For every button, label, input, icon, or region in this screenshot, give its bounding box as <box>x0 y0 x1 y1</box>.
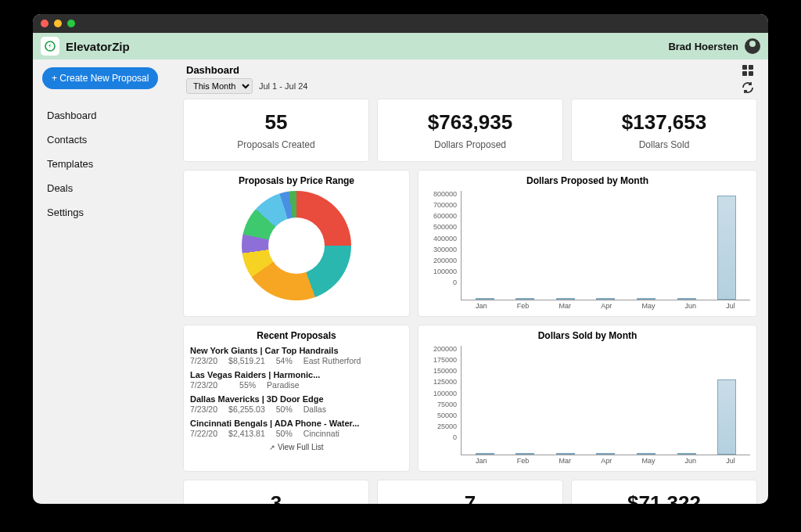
app-window: ElevatorZip Brad Hoersten + Create New P… <box>33 14 768 504</box>
recent-proposal-row[interactable]: New York Giants | Car Top Handrails 7/23… <box>190 346 403 365</box>
create-proposal-button[interactable]: + Create New Proposal <box>42 67 158 89</box>
kpi-dollars-proposed: $763,935 Dollars Proposed <box>377 99 563 162</box>
panel-price-range-donut: Proposals by Price Range <box>183 170 410 317</box>
sidebar-nav: Dashboard Contacts Templates Deals Setti… <box>42 103 174 225</box>
page-title: Dashboard <box>186 64 307 76</box>
sidebar: + Create New Proposal Dashboard Contacts… <box>33 59 183 504</box>
main-content: Dashboard This Month Jul 1 - Jul 24 <box>183 59 768 504</box>
brand[interactable]: ElevatorZip <box>41 37 130 56</box>
donut-chart <box>242 191 351 300</box>
kpi-row-bottom: 3 Meetings 7 Projects in Negotiation $71… <box>183 480 757 504</box>
chart-x-axis: JanFebMarAprMayJunJul <box>425 302 750 310</box>
brand-name: ElevatorZip <box>66 40 130 53</box>
chart-x-axis: JanFebMarAprMayJunJul <box>425 457 750 465</box>
topbar: ElevatorZip Brad Hoersten <box>33 33 768 59</box>
panel-dollars-sold-chart: Dollars Sold by Month 200000175000150000… <box>418 325 757 472</box>
kpi-meetings: 3 Meetings <box>183 480 369 504</box>
period-range: Jul 1 - Jul 24 <box>259 81 307 91</box>
chart-y-axis: 8000007000006000005000004000003000002000… <box>425 191 459 286</box>
brand-logo-icon <box>41 37 59 56</box>
svg-rect-4 <box>749 71 753 76</box>
user-name: Brad Hoersten <box>668 41 738 52</box>
period-select[interactable]: This Month <box>186 78 253 94</box>
chart-y-axis: 2000001750001500001250001000007500050000… <box>425 346 459 441</box>
svg-rect-2 <box>749 65 753 70</box>
sidebar-item-deals[interactable]: Deals <box>42 176 174 200</box>
svg-rect-1 <box>742 65 747 70</box>
svg-rect-3 <box>742 71 747 76</box>
recent-proposal-row[interactable]: Cincinnati Bengals | ADA Phone - Water..… <box>190 419 403 438</box>
window-titlebar <box>33 14 768 33</box>
kpi-row-top: 55 Proposals Created $763,935 Dollars Pr… <box>183 99 757 162</box>
kpi-projects-negotiation: 7 Projects in Negotiation <box>377 480 563 504</box>
window-zoom-icon[interactable] <box>67 20 75 27</box>
panel-dollars-proposed-chart: Dollars Proposed by Month 80000070000060… <box>418 170 757 317</box>
grid-view-icon[interactable] <box>742 64 754 77</box>
user-avatar-icon <box>745 38 760 54</box>
chart-plot-area <box>461 191 750 300</box>
view-full-list-link[interactable]: View Full List <box>190 443 403 451</box>
window-minimize-icon[interactable] <box>54 20 62 27</box>
sidebar-item-templates[interactable]: Templates <box>42 152 174 176</box>
recent-proposal-row[interactable]: Las Vegas Raiders | Harmonic... 7/23/205… <box>190 370 403 390</box>
kpi-dollars-sold: $137,653 Dollars Sold <box>571 99 757 162</box>
sidebar-item-contacts[interactable]: Contacts <box>42 128 174 152</box>
window-close-icon[interactable] <box>41 20 48 27</box>
sidebar-item-dashboard[interactable]: Dashboard <box>42 103 174 128</box>
panel-recent-proposals: Recent Proposals New York Giants | Car T… <box>183 325 410 472</box>
kpi-dollars-negotiation: $71,322 Dollars in Negotiation <box>571 480 757 504</box>
chart-plot-area <box>461 346 750 455</box>
refresh-icon[interactable] <box>742 81 754 94</box>
user-menu[interactable]: Brad Hoersten <box>668 38 760 54</box>
sidebar-item-settings[interactable]: Settings <box>42 200 174 225</box>
recent-proposal-row[interactable]: Dallas Mavericks | 3D Door Edge 7/23/20$… <box>190 394 403 414</box>
kpi-proposals-created: 55 Proposals Created <box>183 99 369 162</box>
